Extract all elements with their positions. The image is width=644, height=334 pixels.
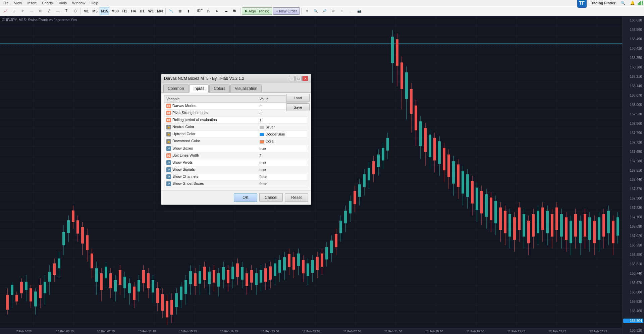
tf-h4[interactable]: H4 <box>129 7 138 15</box>
load-button[interactable]: Load <box>286 94 310 102</box>
param-value-cell[interactable]: false <box>258 173 308 180</box>
param-value-cell[interactable]: 1 <box>258 117 308 124</box>
new-order-button[interactable]: + New Order <box>273 7 300 15</box>
param-value-cell[interactable]: true <box>258 166 308 173</box>
table-row[interactable]: ↗Show Pivotstrue <box>164 159 308 166</box>
candle-chart-button[interactable]: ▮ <box>184 7 193 15</box>
volume-button[interactable]: ↕ <box>338 7 346 15</box>
svg-rect-138 <box>208 272 211 284</box>
cloud-button[interactable]: ☁ <box>222 7 230 15</box>
tf-m1[interactable]: M1 <box>82 7 90 15</box>
menu-window[interactable]: Window <box>71 1 87 5</box>
menu-file[interactable]: File <box>1 1 10 5</box>
row-type-icon: 01 <box>166 153 171 158</box>
tab-visualization[interactable]: Visualization <box>230 85 262 92</box>
dialog-maximize-button[interactable]: □ <box>296 76 302 81</box>
reset-button[interactable]: Reset <box>285 193 308 202</box>
market-button[interactable]: ⛟ <box>231 7 239 15</box>
dialog-footer: OK Cancel Reset <box>161 190 311 205</box>
svg-rect-128 <box>184 280 187 294</box>
param-variable-cell: 01Darvas Modes <box>164 103 258 110</box>
tf-m5[interactable]: M5 <box>91 7 99 15</box>
new-chart-button[interactable]: 📈 <box>1 7 9 15</box>
row-type-icon: ↗ <box>166 160 171 165</box>
price-167160: 167.160 <box>623 215 643 219</box>
price-168210: 168.210 <box>623 75 643 78</box>
price-168140: 168.140 <box>623 84 643 88</box>
menu-view[interactable]: View <box>13 1 23 5</box>
add-button[interactable]: + <box>10 7 18 15</box>
shapes-button[interactable]: ⬡ <box>71 7 79 15</box>
zoom-in2-button[interactable]: 🔎 <box>320 7 328 15</box>
text-button[interactable]: T <box>62 7 70 15</box>
menu-help[interactable]: Help <box>89 1 100 5</box>
notification-button[interactable]: 🔔 <box>628 0 636 7</box>
horizontal-line-button[interactable]: — <box>54 7 62 15</box>
table-row[interactable]: 🔒Uptrend ColorDodgerBlue <box>164 131 308 138</box>
dialog-minimize-button[interactable]: – <box>289 76 295 81</box>
table-row[interactable]: 🔒Neutral ColorSilver <box>164 124 308 131</box>
crosshair-button[interactable]: ✛ <box>19 7 27 15</box>
param-value-cell[interactable]: Coral <box>258 138 308 145</box>
svg-rect-86 <box>86 235 89 250</box>
param-value-cell[interactable]: true <box>258 159 308 166</box>
ide-button[interactable]: IDE <box>196 7 204 15</box>
algo-trading-button[interactable]: ▶ Algo Trading <box>242 7 272 15</box>
tf-mn[interactable]: MN <box>156 7 164 15</box>
dialog-titlebar[interactable]: Darvas NCM Boxez MT5 - By TFlab V1.2 1.2… <box>161 74 311 83</box>
save-button[interactable]: Save <box>286 103 310 111</box>
zoom-in-button[interactable]: ↔ <box>28 7 36 15</box>
svg-rect-172 <box>288 254 290 267</box>
tf-m15[interactable]: M15 <box>100 7 109 15</box>
svg-rect-298 <box>584 214 586 236</box>
param-variable-cell: ↗Show Ghost Boxes <box>164 180 258 187</box>
script2-button[interactable]: ► <box>213 7 221 15</box>
svg-rect-110 <box>142 270 145 283</box>
menu-insert[interactable]: Insert <box>26 1 38 5</box>
param-value-cell[interactable]: DodgerBlue <box>258 131 308 138</box>
tf-d1[interactable]: D1 <box>138 7 146 15</box>
param-value-cell[interactable]: true <box>258 145 308 152</box>
chart-options-button[interactable]: ⋯ <box>346 7 355 15</box>
param-value-cell[interactable]: false <box>258 180 308 187</box>
svg-rect-308 <box>607 211 610 233</box>
zoom-out-button[interactable]: 🔍 <box>312 7 320 15</box>
menu-charts[interactable]: Charts <box>41 1 54 5</box>
table-row[interactable]: ↗Show Boxestrue <box>164 145 308 152</box>
ok-button[interactable]: OK <box>234 193 257 202</box>
indicator-settings-dialog[interactable]: Darvas NCM Boxez MT5 - By TFlab V1.2 1.2… <box>161 74 311 205</box>
tf-m30[interactable]: M30 <box>110 7 120 15</box>
svg-rect-118 <box>161 294 164 311</box>
dialog-close-button[interactable]: ✕ <box>302 76 308 81</box>
tf-h1[interactable]: H1 <box>121 7 129 15</box>
tab-inputs[interactable]: Inputs <box>189 85 209 93</box>
script-button[interactable]: ▷ <box>205 7 213 15</box>
indicators-button[interactable]: ≈ <box>303 7 311 15</box>
svg-rect-80 <box>72 211 74 222</box>
svg-rect-280 <box>541 208 544 230</box>
tf-w1[interactable]: W1 <box>147 7 155 15</box>
cancel-button[interactable]: Cancel <box>259 193 283 202</box>
table-row[interactable]: ↗Show Signalstrue <box>164 166 308 173</box>
draw-line-button[interactable]: ╱ <box>45 7 53 15</box>
table-row[interactable]: ↗Show Ghost Boxesfalse <box>164 180 308 187</box>
param-value-cell[interactable]: Silver <box>258 124 308 131</box>
table-row[interactable]: 🔒Downtrend ColorCoral <box>164 138 308 145</box>
scroll-button[interactable]: ⇔ <box>36 7 44 15</box>
bar-chart-button[interactable]: ▦ <box>176 7 184 15</box>
table-row[interactable]: 01Rolling period of evaluation1 <box>164 117 308 124</box>
param-variable-cell: 01Box Lines Width <box>164 152 258 159</box>
tab-common[interactable]: Common <box>163 85 189 92</box>
line-chart-button[interactable]: 📉 <box>167 7 175 15</box>
screenshot-button[interactable]: 📷 <box>355 7 363 15</box>
menu-tools[interactable]: Tools <box>57 1 68 5</box>
tab-colors[interactable]: Colors <box>209 85 230 92</box>
row-type-icon: 01 <box>166 118 171 122</box>
search-button[interactable]: 🔍 <box>619 0 627 7</box>
table-row[interactable]: 01Box Lines Width2 <box>164 152 308 159</box>
grid-button[interactable]: ⊞ <box>329 7 337 15</box>
tf-logo-text: Trading Finder <box>589 1 617 5</box>
param-value-cell[interactable]: 2 <box>258 152 308 159</box>
table-row[interactable]: ↗Show Channelsfalse <box>164 173 308 180</box>
svg-rect-294 <box>574 214 577 236</box>
